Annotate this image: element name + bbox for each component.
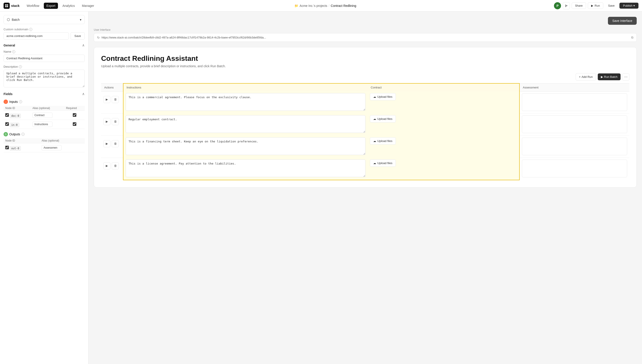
th-actions: Actions <box>101 83 123 91</box>
batch-table-row: ▶ 🗑 This is a financing term sheet. Keep… <box>101 136 629 158</box>
assessment-area <box>522 138 627 155</box>
more-options-button[interactable]: ··· <box>622 74 629 80</box>
name-info-icon[interactable]: i <box>12 50 15 53</box>
out-alias-cell <box>40 143 85 152</box>
row-delete-button[interactable]: 🗑 <box>112 118 119 125</box>
upload-icon: ☁ <box>373 95 376 98</box>
node-id-cell: doc-0 <box>4 111 31 120</box>
description-info-icon[interactable]: i <box>19 65 22 68</box>
svg-rect-0 <box>5 4 7 5</box>
row-delete-button[interactable]: 🗑 <box>112 96 119 103</box>
alias-input[interactable] <box>33 112 53 118</box>
action-buttons: ▶ 🗑 <box>103 116 121 125</box>
name-input[interactable] <box>4 54 85 62</box>
required-cell <box>64 120 85 129</box>
general-section-header: General ∧ <box>4 43 85 47</box>
outputs-table: Node ID Alias (optional) out-0 <box>4 138 85 152</box>
row-play-button[interactable]: ▶ <box>103 162 110 170</box>
outputs-header: G Outputs i <box>4 132 85 136</box>
outputs-info-icon[interactable]: i <box>22 133 25 136</box>
app-logo[interactable]: stack <box>4 3 20 9</box>
general-title: General <box>4 44 15 47</box>
nav-tab-workflow[interactable]: Workflow <box>24 3 42 9</box>
assessment-area <box>522 116 627 133</box>
actions-cell: ▶ 🗑 <box>101 114 123 136</box>
node-id-checkbox[interactable] <box>5 113 9 117</box>
nav-tab-analytics[interactable]: Analytics <box>60 3 78 9</box>
action-buttons: ▶ 🗑 <box>103 138 121 147</box>
play-icon: ▶ <box>591 4 593 7</box>
assessment-area <box>522 160 627 177</box>
project-name[interactable]: Acme Inc.'s projects <box>300 4 327 8</box>
description-field: Description i <box>4 65 85 88</box>
instructions-textarea[interactable]: This is a license agreement. Pay attenti… <box>126 160 365 177</box>
batch-icon: ⬡ <box>7 18 10 22</box>
upload-files-button[interactable]: ☁ Upload files <box>370 160 396 167</box>
subdomain-row: Save <box>4 32 85 40</box>
contract-cell: ☁ Upload files <box>368 91 519 114</box>
upload-files-button[interactable]: ☁ Upload files <box>370 93 396 100</box>
batch-table-wrapper: Actions Instructions Contract Assessment… <box>101 83 629 180</box>
chevron-down-icon: ▾ <box>633 4 635 7</box>
name-label: Name i <box>4 50 85 53</box>
th-assessment: Assessment <box>519 83 629 91</box>
required-checkbox[interactable] <box>73 122 76 126</box>
upload-files-button[interactable]: ☁ Upload files <box>370 137 396 145</box>
row-delete-button[interactable]: 🗑 <box>112 162 119 170</box>
run-batch-button[interactable]: ▶ Run Batch <box>598 74 620 80</box>
save-button[interactable]: Save <box>605 3 618 8</box>
subdomain-save-button[interactable]: Save <box>71 32 85 40</box>
copy-url-button[interactable]: ⧉ <box>631 36 633 39</box>
row-play-button[interactable]: ▶ <box>103 118 110 125</box>
batch-table-row: ▶ 🗑 This is a license agreement. Pay att… <box>101 158 629 180</box>
instructions-textarea[interactable]: This is a commercial agreement. Please f… <box>126 93 365 111</box>
assessment-cell-td <box>519 158 629 180</box>
instructions-textarea[interactable]: Regular employment contract. <box>126 115 365 133</box>
share-button[interactable]: Share <box>572 2 586 9</box>
upload-label: Upload files <box>377 117 392 120</box>
save-interface-button[interactable]: Save Interface <box>608 17 637 25</box>
upload-label: Upload files <box>377 95 392 98</box>
publish-button[interactable]: Publish ▾ <box>619 3 638 8</box>
row-delete-button[interactable]: 🗑 <box>112 140 119 147</box>
out-checkbox[interactable] <box>5 146 9 149</box>
instructions-textarea[interactable]: This is a financing term sheet. Keep an … <box>126 137 365 155</box>
upload-files-button[interactable]: ☁ Upload files <box>370 115 396 122</box>
contract-cell: ☁ Upload files <box>368 136 519 158</box>
add-run-button[interactable]: + Add Run <box>576 73 596 80</box>
save-interface-bar: Save Interface <box>94 17 637 25</box>
settings-icon-btn[interactable] <box>563 2 570 9</box>
contract-cell: ☁ Upload files <box>368 158 519 180</box>
run-button[interactable]: ▶ Run <box>588 2 603 9</box>
description-textarea[interactable] <box>4 70 85 87</box>
node-id-checkbox[interactable] <box>5 122 9 126</box>
inputs-info-icon[interactable]: i <box>19 100 22 103</box>
assessment-area <box>522 93 627 111</box>
row-play-button[interactable]: ▶ <box>103 140 110 147</box>
outputs-table-row: out-0 <box>4 143 85 152</box>
plus-icon: + <box>579 75 581 78</box>
subdomain-input[interactable] <box>4 32 69 40</box>
inputs-table-row: in-0 <box>4 120 85 129</box>
out-alias-input[interactable] <box>42 145 62 150</box>
nav-tab-export[interactable]: Export <box>44 3 58 9</box>
nav-tab-manager[interactable]: Manager <box>79 3 97 9</box>
run-play-icon: ▶ <box>601 75 603 78</box>
fields-collapse-btn[interactable]: ∧ <box>82 92 85 96</box>
svg-rect-3 <box>7 6 8 7</box>
col-required: Required <box>64 106 85 111</box>
svg-rect-2 <box>5 6 7 7</box>
refresh-icon: ↻ <box>97 36 100 39</box>
row-play-button[interactable]: ▶ <box>103 96 110 103</box>
batch-select-inner: ⬡ Batch <box>7 18 20 22</box>
required-checkbox[interactable] <box>73 113 76 117</box>
alias-input[interactable] <box>33 122 53 127</box>
outputs-icon: G <box>4 132 8 136</box>
upload-icon: ☁ <box>373 139 376 143</box>
node-id-badge: doc-0 <box>10 114 21 118</box>
subdomain-label: Custom subdomain i <box>4 28 85 31</box>
subdomain-info-icon[interactable]: i <box>29 28 32 31</box>
general-collapse-btn[interactable]: ∧ <box>82 43 85 47</box>
batch-table-row: ▶ 🗑 This is a commercial agreement. Plea… <box>101 91 629 114</box>
batch-selector[interactable]: ⬡ Batch ▾ <box>4 15 85 24</box>
